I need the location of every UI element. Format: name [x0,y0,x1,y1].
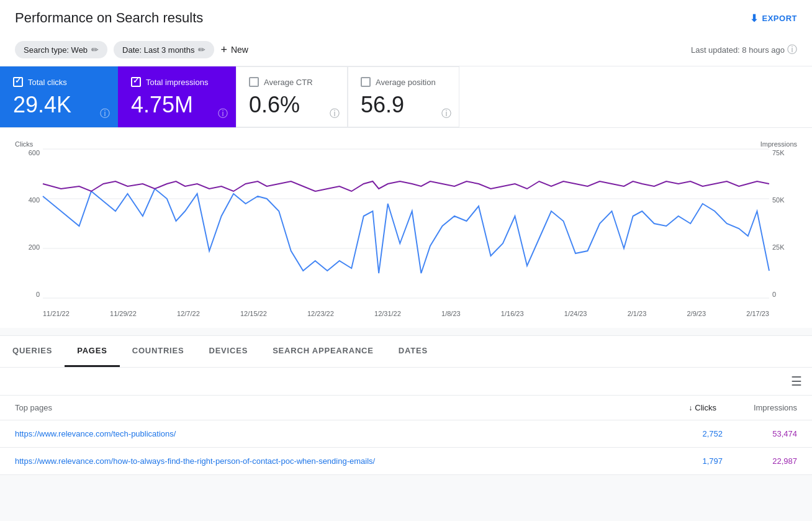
table-rows: https://www.relevance.com/tech-publicati… [0,420,812,475]
impressions-line [43,181,769,191]
tab-dates[interactable]: DATES [386,336,440,367]
tab-search-appearance[interactable]: SEARCH APPEARANCE [260,336,386,367]
last-updated: Last updated: 8 hours ago ⓘ [691,43,797,57]
table-row: https://www.relevance.com/tech-publicati… [0,420,812,448]
date-filter[interactable]: Date: Last 3 months ✏ [114,41,214,58]
checkbox-impressions [131,77,141,87]
clicks-line [43,189,769,273]
tab-queries[interactable]: QUERIES [0,336,65,367]
filter-icon: ☰ [791,374,802,388]
filters-bar: Search type: Web ✏ Date: Last 3 months ✏… [0,34,812,66]
row-url[interactable]: https://www.relevance.com/tech-publicati… [15,429,176,438]
export-button[interactable]: ⬇ EXPORT [750,12,797,24]
chart-axis-headers: Clicks Impressions [15,138,797,149]
metric-total-impressions[interactable]: Total impressions 4.75M ⓘ [118,66,236,127]
download-icon: ⬇ [750,12,759,24]
metric-average-ctr[interactable]: Average CTR 0.6% ⓘ [236,66,348,127]
sort-down-icon: ↓ [688,404,692,412]
checkbox-ctr [249,77,259,87]
row-impressions: 53,474 [760,429,797,438]
tab-pages[interactable]: PAGES [65,336,120,367]
chart-y-left: 600 400 200 0 [15,149,40,298]
new-filter-button[interactable]: + New [220,43,248,57]
metrics-row: Total clicks 29.4K ⓘ Total impressions 4… [0,66,812,127]
page-header: Performance on Search results ⬇ EXPORT [0,0,812,34]
col-clicks-header[interactable]: ↓ Clicks [688,403,716,412]
help-icon[interactable]: ⓘ [787,43,797,57]
row-clicks: 1,797 [685,456,723,466]
help-icon[interactable]: ⓘ [100,107,110,120]
search-type-filter[interactable]: Search type: Web ✏ [15,41,107,58]
edit-icon: ✏ [198,45,205,55]
top-pages-label: Top pages [15,403,52,412]
col-impressions-header[interactable]: Impressions [754,403,797,412]
row-clicks: 2,752 [685,429,723,438]
plus-icon: + [220,43,227,57]
help-icon[interactable]: ⓘ [441,107,451,120]
chart-area: Clicks Impressions 600 400 200 0 75K 50K… [0,127,812,328]
tabs-row: QUERIES PAGES COUNTRIES DEVICES SEARCH A… [0,336,812,368]
table-filter-row: ☰ [0,368,812,396]
chart-y-right: 75K 50K 25K 0 [772,149,797,298]
chart-svg-wrapper [43,149,769,298]
chart-x-labels: 11/21/22 11/29/22 12/7/22 12/15/22 12/23… [43,304,769,323]
chart-container: 600 400 200 0 75K 50K 25K 0 [15,149,797,323]
chart-svg [43,149,769,298]
tab-devices[interactable]: DEVICES [196,336,260,367]
tabs-section: QUERIES PAGES COUNTRIES DEVICES SEARCH A… [0,335,812,475]
table-row: https://www.relevance.com/how-to-always-… [0,448,812,475]
checkbox-clicks [13,77,23,87]
help-icon[interactable]: ⓘ [218,107,228,120]
page-title: Performance on Search results [15,10,203,26]
checkbox-position [361,77,371,87]
row-url[interactable]: https://www.relevance.com/how-to-always-… [15,456,375,466]
metric-average-position[interactable]: Average position 56.9 ⓘ [348,66,459,127]
metric-total-clicks[interactable]: Total clicks 29.4K ⓘ [0,66,118,127]
row-impressions: 22,987 [760,456,797,466]
table-header: Top pages ↓ Clicks Impressions [0,396,812,420]
edit-icon: ✏ [91,45,99,55]
filter-button[interactable]: ☰ [791,374,802,389]
tab-countries[interactable]: COUNTRIES [120,336,197,367]
filters-left: Search type: Web ✏ Date: Last 3 months ✏… [15,41,248,58]
help-icon[interactable]: ⓘ [330,107,340,120]
